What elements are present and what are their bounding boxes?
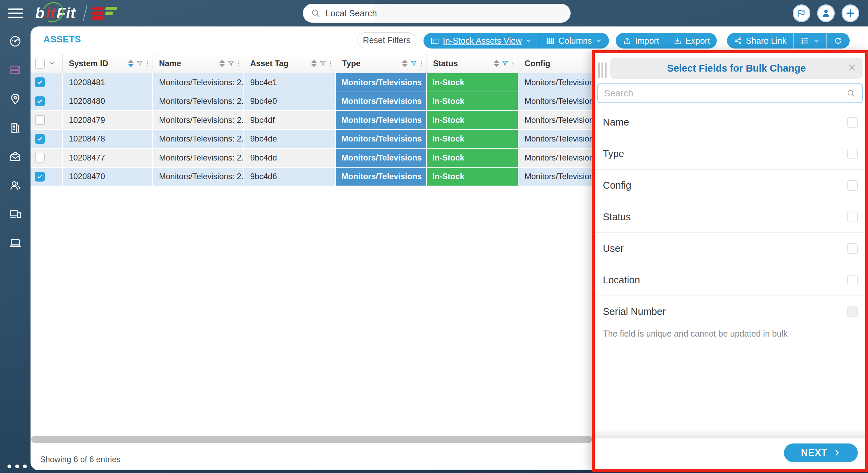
sort-icon[interactable]: [494, 60, 499, 67]
panel-title-bar: Select Fields for Bulk Change: [610, 58, 863, 79]
type-badge: Monitors/Televisions: [336, 92, 427, 111]
panel-footer-shadow: [595, 429, 865, 438]
export-button[interactable]: Export: [666, 33, 717, 49]
filter-funnel-icon[interactable]: [227, 60, 235, 67]
sidebar-item-mail[interactable]: [0, 142, 31, 171]
user-icon: [821, 8, 831, 19]
column-header-config[interactable]: Config: [525, 59, 550, 68]
table-view-icon: [430, 36, 439, 45]
flag-button[interactable]: [793, 4, 810, 22]
sidebar-item-devices[interactable]: [0, 200, 31, 228]
field-option-type[interactable]: Type: [595, 138, 865, 170]
select-menu-chevron-icon[interactable]: [49, 60, 55, 67]
user-account-button[interactable]: [817, 4, 835, 22]
import-button[interactable]: Import: [616, 33, 666, 49]
type-badge: Monitors/Televisions: [336, 168, 427, 186]
row-checkbox[interactable]: [35, 172, 45, 182]
field-option-serial-number: Serial Number: [595, 296, 865, 327]
sidebar-item-dashboard[interactable]: [0, 26, 31, 55]
search-label: Local Search: [326, 8, 377, 19]
select-all-checkbox[interactable]: [35, 59, 45, 69]
column-header-system-id[interactable]: System ID: [69, 59, 108, 68]
field-checkbox[interactable]: [847, 149, 858, 159]
bulk-field-list: Name Type Config Status User Location: [595, 107, 865, 339]
status-badge: In-Stock: [427, 111, 518, 129]
reset-filters-button[interactable]: Reset Filters: [357, 32, 416, 48]
panel-search-input[interactable]: Search: [597, 83, 863, 103]
type-badge: Monitors/Televisions: [336, 73, 427, 92]
field-checkbox[interactable]: [847, 275, 858, 285]
brand-flag-icon: [92, 7, 117, 20]
field-option-config[interactable]: Config: [595, 170, 865, 201]
add-new-button[interactable]: [842, 4, 859, 22]
row-checkbox[interactable]: [35, 115, 45, 125]
column-header-asset-tag[interactable]: Asset Tag: [250, 59, 289, 68]
sidebar-nav: [0, 26, 31, 473]
view-selector-button[interactable]: In-Stock Assets View: [423, 33, 539, 49]
upload-icon: [623, 36, 632, 45]
column-header-name[interactable]: Name: [159, 59, 181, 68]
field-option-name[interactable]: Name: [595, 107, 865, 138]
dashboard-gauge-icon: [8, 34, 22, 48]
row-checkbox[interactable]: [35, 77, 45, 87]
field-checkbox[interactable]: [847, 180, 858, 191]
filter-funnel-icon[interactable]: [319, 60, 327, 67]
column-header-type[interactable]: Type: [342, 59, 360, 68]
close-icon[interactable]: [847, 62, 857, 73]
sidebar-item-users[interactable]: [0, 171, 31, 200]
list-icon: [801, 36, 810, 45]
horizontal-scrollbar[interactable]: [31, 436, 592, 443]
plus-icon: [845, 8, 855, 18]
sort-icon[interactable]: [219, 60, 225, 67]
kebab-menu-icon[interactable]: [146, 59, 149, 68]
row-checkbox[interactable]: [35, 96, 45, 106]
panel-footer: NEXT: [595, 438, 865, 469]
filter-funnel-icon-active[interactable]: [410, 60, 417, 67]
kebab-menu-icon[interactable]: [511, 59, 515, 68]
saved-lists-button[interactable]: [794, 33, 827, 49]
field-option-user[interactable]: User: [595, 233, 865, 264]
users-icon: [8, 178, 22, 192]
sort-icon[interactable]: [402, 60, 408, 67]
type-badge: Monitors/Televisions: [336, 149, 427, 167]
field-checkbox[interactable]: [847, 212, 858, 222]
row-checkbox[interactable]: [35, 134, 45, 144]
assets-server-icon: [8, 63, 22, 77]
sidebar-item-company[interactable]: [0, 113, 31, 142]
row-checkbox[interactable]: [35, 153, 45, 163]
columns-button[interactable]: Columns: [539, 33, 609, 49]
field-option-location[interactable]: Location: [595, 264, 865, 296]
sidebar-item-assets[interactable]: [0, 55, 31, 84]
next-button[interactable]: NEXT: [784, 443, 858, 462]
entries-count: Showing 6 of 6 entries: [40, 455, 120, 464]
search-icon: [846, 89, 856, 98]
share-link-button[interactable]: Share Link: [727, 33, 794, 49]
top-bar: bitFit Local Search: [0, 0, 868, 26]
field-checkbox[interactable]: [847, 243, 858, 254]
sort-icon[interactable]: [128, 60, 134, 67]
sidebar-item-laptops[interactable]: [0, 228, 31, 257]
download-icon: [673, 36, 682, 45]
chevron-down-icon: [595, 37, 602, 44]
status-badge: In-Stock: [427, 92, 518, 111]
kebab-menu-icon[interactable]: [420, 59, 423, 68]
filter-funnel-icon-active[interactable]: [501, 60, 509, 67]
refresh-button[interactable]: [827, 33, 850, 49]
field-note: The field is unique and cannot be update…: [595, 327, 865, 339]
flag-icon: [796, 8, 807, 18]
hamburger-menu-icon[interactable]: [8, 8, 23, 19]
location-pin-icon: [8, 92, 22, 106]
filter-funnel-icon[interactable]: [136, 60, 143, 67]
kebab-menu-icon[interactable]: [329, 59, 332, 68]
kebab-menu-icon[interactable]: [237, 59, 240, 68]
column-header-status[interactable]: Status: [433, 59, 458, 68]
global-search[interactable]: Local Search: [303, 4, 571, 23]
sort-icon[interactable]: [311, 60, 317, 67]
field-option-status[interactable]: Status: [595, 201, 865, 233]
panel-drag-handle-icon[interactable]: [598, 62, 607, 78]
devices-icon: [8, 207, 22, 221]
panel-search-placeholder: Search: [604, 88, 846, 99]
sidebar-item-locations[interactable]: [0, 84, 31, 113]
sidebar-more-icon[interactable]: [7, 465, 27, 468]
field-checkbox[interactable]: [847, 117, 858, 128]
